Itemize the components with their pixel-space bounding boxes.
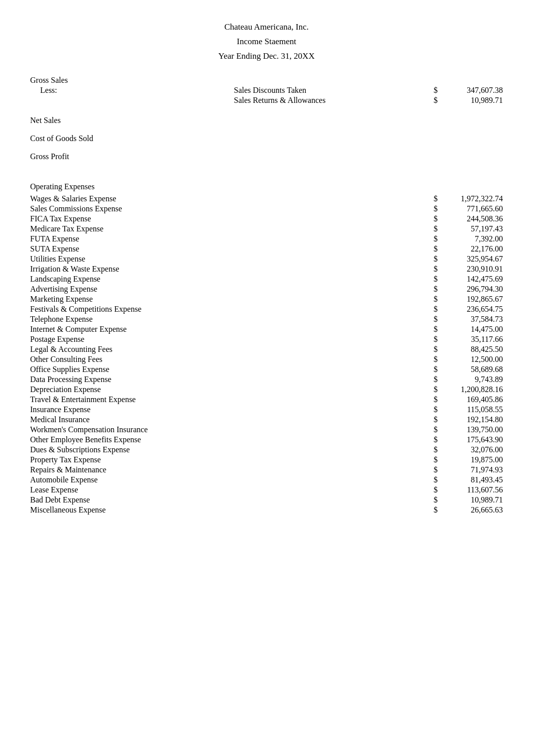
expense-label: Insurance Expense bbox=[30, 405, 428, 414]
expense-label: Medicare Tax Expense bbox=[30, 224, 428, 233]
expense-currency: $ bbox=[428, 415, 438, 424]
expense-row: Other Employee Benefits Expense$175,643.… bbox=[30, 435, 503, 444]
expense-label: Medical Insurance bbox=[30, 415, 428, 424]
expense-amount: 10,989.71 bbox=[438, 495, 503, 505]
cogs-label: Cost of Goods Sold bbox=[30, 134, 503, 143]
sales-discounts-row: Less: Sales Discounts Taken $ 347,607.38 bbox=[30, 86, 503, 95]
expense-label: Postage Expense bbox=[30, 335, 428, 344]
expense-row: Festivals & Competitions Expense$236,654… bbox=[30, 305, 503, 314]
expense-label: Depreciation Expense bbox=[30, 385, 428, 394]
expense-amount: 169,405.86 bbox=[438, 395, 503, 404]
expense-label: Automobile Expense bbox=[30, 475, 428, 484]
expense-amount: 26,665.63 bbox=[438, 506, 503, 515]
expense-amount: 9,743.89 bbox=[438, 375, 503, 384]
expense-currency: $ bbox=[428, 405, 438, 414]
sales-returns-label: Sales Returns & Allowances bbox=[234, 96, 428, 105]
expense-currency: $ bbox=[428, 345, 438, 354]
expense-amount: 113,607.56 bbox=[438, 485, 503, 494]
expense-row: Miscellaneous Expense$26,665.63 bbox=[30, 506, 503, 515]
expense-label: Dues & Subscriptions Expense bbox=[30, 445, 428, 454]
expense-row: FUTA Expense$7,392.00 bbox=[30, 234, 503, 243]
expense-currency: $ bbox=[428, 224, 438, 233]
expense-currency: $ bbox=[428, 285, 438, 294]
expense-label: FICA Tax Expense bbox=[30, 214, 428, 223]
expense-amount: 88,425.50 bbox=[438, 345, 503, 354]
expense-row: Irrigation & Waste Expense$230,910.91 bbox=[30, 265, 503, 274]
expense-row: Bad Debt Expense$10,989.71 bbox=[30, 495, 503, 505]
expense-currency: $ bbox=[428, 234, 438, 243]
expense-currency: $ bbox=[428, 194, 438, 203]
expense-currency: $ bbox=[428, 265, 438, 274]
expense-row: Office Supplies Expense$58,689.68 bbox=[30, 365, 503, 374]
expense-label: Data Processing Expense bbox=[30, 375, 428, 384]
expense-currency: $ bbox=[428, 435, 438, 444]
expense-amount: 139,750.00 bbox=[438, 425, 503, 434]
expense-label: Festivals & Competitions Expense bbox=[30, 305, 428, 314]
expense-row: Medical Insurance$192,154.80 bbox=[30, 415, 503, 424]
expense-row: Automobile Expense$81,493.45 bbox=[30, 475, 503, 484]
expense-label: Lease Expense bbox=[30, 485, 428, 494]
sales-returns-currency: $ bbox=[428, 96, 438, 105]
expense-amount: 236,654.75 bbox=[438, 305, 503, 314]
net-sales-label: Net Sales bbox=[30, 116, 503, 125]
expense-row: Sales Commissions Expense$771,665.60 bbox=[30, 204, 503, 213]
expense-label: Workmen's Compensation Insurance bbox=[30, 425, 428, 434]
expense-amount: 296,794.30 bbox=[438, 285, 503, 294]
expense-currency: $ bbox=[428, 204, 438, 213]
expense-amount: 142,475.69 bbox=[438, 275, 503, 284]
expense-label: Repairs & Maintenance bbox=[30, 465, 428, 474]
expense-amount: 230,910.91 bbox=[438, 265, 503, 274]
expense-row: Utilities Expense$325,954.67 bbox=[30, 255, 503, 264]
expense-amount: 325,954.67 bbox=[438, 255, 503, 264]
expense-label: Marketing Expense bbox=[30, 295, 428, 304]
report-period: Year Ending Dec. 31, 20XX bbox=[30, 49, 503, 64]
expense-currency: $ bbox=[428, 445, 438, 454]
expense-amount: 771,665.60 bbox=[438, 204, 503, 213]
expense-label: Office Supplies Expense bbox=[30, 365, 428, 374]
expense-currency: $ bbox=[428, 425, 438, 434]
expense-label: Travel & Entertainment Expense bbox=[30, 395, 428, 404]
expense-row: Postage Expense$35,117.66 bbox=[30, 335, 503, 344]
expense-currency: $ bbox=[428, 255, 438, 264]
expense-currency: $ bbox=[428, 385, 438, 394]
expense-currency: $ bbox=[428, 355, 438, 364]
expense-amount: 35,117.66 bbox=[438, 335, 503, 344]
expense-row: Lease Expense$113,607.56 bbox=[30, 485, 503, 494]
expense-currency: $ bbox=[428, 455, 438, 464]
sales-discounts-label: Sales Discounts Taken bbox=[234, 86, 428, 95]
expense-label: Bad Debt Expense bbox=[30, 495, 428, 505]
expense-amount: 244,508.36 bbox=[438, 214, 503, 223]
expense-amount: 7,392.00 bbox=[438, 234, 503, 243]
expense-currency: $ bbox=[428, 275, 438, 284]
expense-row: Workmen's Compensation Insurance$139,750… bbox=[30, 425, 503, 434]
expense-label: Irrigation & Waste Expense bbox=[30, 265, 428, 274]
expense-currency: $ bbox=[428, 315, 438, 324]
expense-row: Wages & Salaries Expense$1,972,322.74 bbox=[30, 194, 503, 203]
expense-amount: 37,584.73 bbox=[438, 315, 503, 324]
expense-row: Travel & Entertainment Expense$169,405.8… bbox=[30, 395, 503, 404]
expense-currency: $ bbox=[428, 506, 438, 515]
expense-currency: $ bbox=[428, 495, 438, 505]
expense-amount: 12,500.00 bbox=[438, 355, 503, 364]
expense-row: SUTA Expense$22,176.00 bbox=[30, 244, 503, 254]
expense-label: Landscaping Expense bbox=[30, 275, 428, 284]
expense-amount: 192,154.80 bbox=[438, 415, 503, 424]
expense-label: FUTA Expense bbox=[30, 234, 428, 243]
expense-amount: 1,200,828.16 bbox=[438, 385, 503, 394]
expense-row: Property Tax Expense$19,875.00 bbox=[30, 455, 503, 464]
expense-label: Other Consulting Fees bbox=[30, 355, 428, 364]
expense-amount: 58,689.68 bbox=[438, 365, 503, 374]
expense-row: Marketing Expense$192,865.67 bbox=[30, 295, 503, 304]
expense-label: Property Tax Expense bbox=[30, 455, 428, 464]
expense-row: Insurance Expense$115,058.55 bbox=[30, 405, 503, 414]
less-label: Less: bbox=[30, 86, 234, 95]
expense-row: Repairs & Maintenance$71,974.93 bbox=[30, 465, 503, 474]
expense-row: Internet & Computer Expense$14,475.00 bbox=[30, 325, 503, 334]
expense-row: Other Consulting Fees$12,500.00 bbox=[30, 355, 503, 364]
expense-label: Wages & Salaries Expense bbox=[30, 194, 428, 203]
expense-currency: $ bbox=[428, 325, 438, 334]
expenses-list: Wages & Salaries Expense$1,972,322.74Sal… bbox=[30, 194, 503, 515]
expense-currency: $ bbox=[428, 465, 438, 474]
statement-title: Income Staement bbox=[30, 35, 503, 49]
expense-row: Depreciation Expense$1,200,828.16 bbox=[30, 385, 503, 394]
